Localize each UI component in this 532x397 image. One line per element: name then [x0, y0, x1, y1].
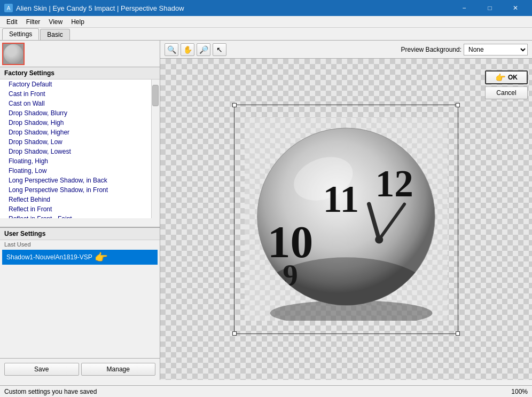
menu-help[interactable]: Help: [67, 17, 89, 27]
setting-cast-on-wall[interactable]: Cast on Wall: [0, 99, 151, 108]
tabs-bar: Settings Basic: [0, 28, 532, 41]
clock-preview: 10 11 12 9: [245, 118, 448, 321]
main-area: Factory Settings Factory Default Cast in…: [0, 41, 532, 380]
scrollbar-track[interactable]: [151, 80, 160, 218]
selection-handle-tr[interactable]: [456, 103, 460, 107]
setting-drop-shadow-blurry[interactable]: Drop Shadow, Blurry: [0, 108, 151, 118]
app-icon: A: [4, 4, 13, 12]
save-button[interactable]: Save: [4, 363, 79, 376]
selection-handle-tl[interactable]: [232, 103, 237, 107]
preview-bg-label: Preview Background:: [401, 46, 461, 53]
setting-drop-shadow-high[interactable]: Drop Shadow, High: [0, 118, 151, 128]
right-panel: 👉 OK Cancel 🔍 ✋ 🔎 ↖ Preview Background: …: [160, 41, 532, 380]
preview-image-container: 10 11 12 9: [234, 105, 458, 334]
zoom-in-button[interactable]: 🔎: [197, 43, 210, 56]
window-controls: − □ ✕: [452, 0, 528, 16]
setting-floating-high[interactable]: Floating, High: [0, 156, 151, 166]
ok-hand-icon: 👉: [495, 73, 506, 83]
pan-icon: ✋: [183, 45, 192, 54]
user-settings-section: User Settings Last Used Shadow1-NouvelAn…: [0, 227, 160, 291]
select-icon: ↖: [216, 45, 223, 54]
pan-button[interactable]: ✋: [181, 43, 194, 56]
setting-drop-shadow-low[interactable]: Drop Shadow, Low: [0, 137, 151, 147]
setting-long-perspective-front[interactable]: Long Perspective Shadow, in Front: [0, 185, 151, 195]
selection-handle-bl[interactable]: [232, 331, 237, 336]
last-used-label: Last Used: [0, 240, 160, 249]
hand-pointer-icon: 👉: [95, 251, 108, 264]
menu-view[interactable]: View: [44, 17, 67, 27]
ok-button[interactable]: 👉 OK: [485, 70, 528, 84]
status-bar: Custom settings you have saved 100%: [0, 385, 532, 397]
setting-drop-shadow-higher[interactable]: Drop Shadow, Higher: [0, 128, 151, 137]
minimize-button[interactable]: −: [452, 0, 476, 16]
manage-button[interactable]: Manage: [81, 363, 156, 376]
setting-long-perspective-back[interactable]: Long Perspective Shadow, in Back: [0, 176, 151, 185]
svg-text:11: 11: [323, 178, 359, 220]
preview-toolbar: 🔍 ✋ 🔎 ↖ Preview Background: None White B…: [160, 41, 532, 59]
tab-basic[interactable]: Basic: [40, 29, 69, 40]
user-setting-selected-item[interactable]: Shadow1-NouvelAn1819-VSP 👉: [2, 250, 158, 265]
thumbnail-strip: [0, 41, 160, 67]
tab-settings[interactable]: Settings: [2, 28, 39, 40]
bottom-buttons: Save Manage: [0, 358, 160, 380]
user-settings-header: User Settings: [0, 228, 160, 240]
selection-handle-br[interactable]: [456, 331, 460, 336]
maximize-button[interactable]: □: [478, 0, 502, 16]
setting-reflect-in-front[interactable]: Reflect in Front: [0, 204, 151, 214]
menu-edit[interactable]: Edit: [2, 17, 22, 27]
status-message: Custom settings you have saved: [4, 388, 511, 395]
setting-reflect-behind[interactable]: Reflect Behind: [0, 195, 151, 204]
svg-text:12: 12: [375, 163, 413, 204]
window-title: Alien Skin | Eye Candy 5 Impact | Perspe…: [16, 4, 452, 12]
ok-cancel-area: 👉 OK Cancel: [485, 70, 528, 99]
selected-item-text: Shadow1-NouvelAn1819-VSP: [6, 253, 92, 261]
setting-factory-default[interactable]: Factory Default: [0, 80, 151, 89]
preview-area: 10 11 12 9: [160, 59, 532, 380]
setting-drop-shadow-lowest[interactable]: Drop Shadow, Lowest: [0, 147, 151, 156]
left-panel: Factory Settings Factory Default Cast in…: [0, 41, 160, 380]
title-bar: A Alien Skin | Eye Candy 5 Impact | Pers…: [0, 0, 532, 16]
zoom-fit-button[interactable]: 🔍: [165, 43, 178, 56]
setting-floating-low[interactable]: Floating, Low: [0, 166, 151, 176]
menu-bar: Edit Filter View Help: [0, 16, 532, 28]
zoom-fit-icon: 🔍: [167, 45, 176, 54]
menu-filter[interactable]: Filter: [22, 17, 45, 27]
thumbnail-preview: [4, 44, 23, 63]
setting-reflect-in-front-faint[interactable]: Reflect in Front - Faint: [0, 214, 151, 218]
svg-point-15: [375, 235, 383, 243]
cancel-button[interactable]: Cancel: [485, 86, 528, 99]
zoom-level: 100%: [511, 388, 528, 395]
close-button[interactable]: ✕: [503, 0, 528, 16]
setting-cast-in-front[interactable]: Cast in Front: [0, 89, 151, 99]
factory-settings-section: Factory Settings Factory Default Cast in…: [0, 67, 160, 227]
factory-settings-header: Factory Settings: [0, 67, 160, 80]
factory-settings-list: Factory Default Cast in Front Cast on Wa…: [0, 80, 160, 218]
zoom-in-icon: 🔎: [199, 45, 208, 54]
preview-bg-select[interactable]: None White Black Checker: [464, 44, 528, 55]
select-button[interactable]: ↖: [213, 43, 226, 56]
thumbnail-item[interactable]: [2, 43, 25, 65]
scrollbar-thumb[interactable]: [152, 85, 159, 106]
